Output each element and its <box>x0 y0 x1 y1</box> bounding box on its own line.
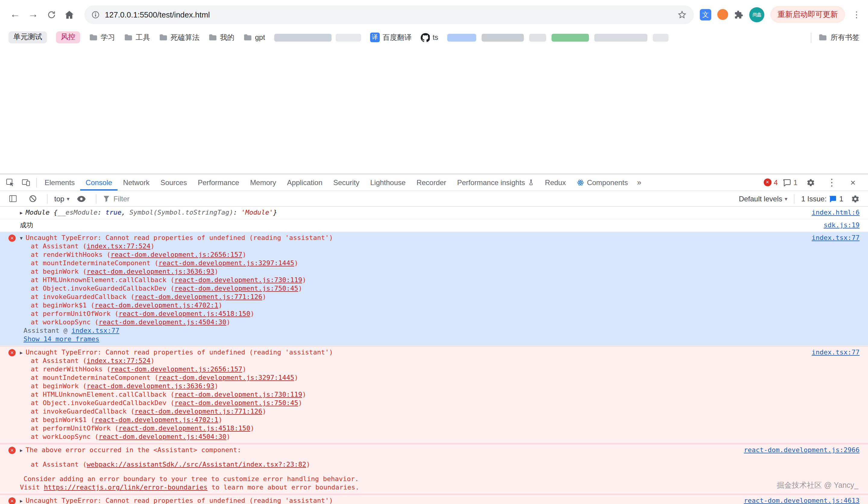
filter-field[interactable] <box>103 194 236 203</box>
bookmark-folder-mine[interactable]: 我的 <box>209 32 235 42</box>
home-button[interactable] <box>60 6 79 23</box>
tab-application[interactable]: Application <box>281 174 328 191</box>
tab-lighthouse[interactable]: Lighthouse <box>365 174 411 191</box>
stack-frame-link[interactable]: react-dom.development.js:3636:93 <box>86 382 214 390</box>
source-link[interactable]: index.tsx:77 <box>812 349 860 357</box>
bookmark-chip-unit-test[interactable]: 单元测试 <box>8 31 47 43</box>
console-error-partial[interactable]: × ▸Uncaught TypeError: Cannot read prope… <box>0 494 868 504</box>
inspect-element-button[interactable] <box>2 175 18 189</box>
message-count-indicator[interactable]: 1 <box>783 178 797 187</box>
stack-frame-link[interactable]: react-dom.development.js:4702:1 <box>95 301 218 309</box>
tab-console[interactable]: Console <box>80 174 117 191</box>
tab-redux[interactable]: Redux <box>539 174 571 191</box>
tab-network[interactable]: Network <box>117 174 155 191</box>
orange-extension-icon[interactable] <box>717 9 728 20</box>
reload-button[interactable] <box>42 6 60 23</box>
show-more-frames-link[interactable]: Show 14 more frames <box>23 335 100 343</box>
bookmark-github-ts[interactable]: ts <box>421 33 438 42</box>
expand-caret-icon[interactable]: ▸ <box>20 210 23 216</box>
bookmark-folder-study[interactable]: 学习 <box>89 32 115 42</box>
devtools-menu-button[interactable]: ⋮ <box>824 175 840 189</box>
tab-memory[interactable]: Memory <box>245 174 282 191</box>
error-count-indicator[interactable]: × 4 <box>763 178 778 187</box>
stack-frame-link[interactable]: react-dom.development.js:730:119 <box>175 391 302 399</box>
more-tabs-button[interactable]: » <box>633 178 645 187</box>
tab-performance-insights[interactable]: Performance insights <box>452 174 539 191</box>
filter-input[interactable] <box>113 194 222 203</box>
stack-frame-link[interactable]: react-dom.development.js:4702:1 <box>95 416 218 424</box>
restart-to-update-button[interactable]: 重新启动即可更新 <box>770 6 845 23</box>
profile-avatar[interactable]: 尚鑫 <box>749 7 764 22</box>
expand-caret-icon[interactable]: ▸ <box>20 498 23 504</box>
stack-frame-link[interactable]: react-dom.development.js:3297:1445 <box>158 374 294 382</box>
expand-caret-icon[interactable]: ▸ <box>20 447 23 453</box>
stack-frame-link[interactable]: react-dom.development.js:2656:157 <box>111 365 242 373</box>
stack-trace: at Assistant (index.tsx:77:524)at render… <box>20 357 802 441</box>
stack-frame-link[interactable]: react-dom.development.js:771:126 <box>134 408 262 415</box>
stack-frame-link[interactable]: react-dom.development.js:2656:157 <box>111 251 242 259</box>
all-bookmarks-button[interactable]: 所有书签 <box>811 32 860 42</box>
stack-frame-link[interactable]: react-dom.development.js:3636:93 <box>86 268 214 276</box>
bookmark-baidu-translate[interactable]: 译 百度翻译 <box>370 32 411 42</box>
back-button[interactable]: ← <box>6 6 24 23</box>
console-log-module[interactable]: ▸Module {__esModule: true, Symbol(Symbol… <box>0 207 868 219</box>
devtools-settings-button[interactable] <box>803 175 818 189</box>
origin-source-link[interactable]: index.tsx:77 <box>71 327 119 335</box>
source-link[interactable]: react-dom.development.js:4613 <box>744 497 860 504</box>
expand-caret-icon[interactable]: ▸ <box>20 350 23 356</box>
error-icon: × <box>8 235 16 242</box>
clear-console-button[interactable] <box>25 192 40 206</box>
source-link[interactable]: sdk.js:19 <box>824 221 860 230</box>
stack-frame-link[interactable]: webpack://assistantSdk/./src/Assistant/i… <box>86 461 306 469</box>
tab-components[interactable]: Components <box>571 174 633 191</box>
stack-frame-link[interactable]: react-dom.development.js:3297:1445 <box>158 259 294 267</box>
device-toolbar-button[interactable] <box>18 175 34 189</box>
console-log-success[interactable]: 成功 sdk.js:19 <box>0 219 868 232</box>
collapse-caret-icon[interactable]: ▾ <box>20 235 23 241</box>
site-info-icon[interactable] <box>92 11 100 18</box>
console-error-boundary[interactable]: × ▸The above error occurred in the <Assi… <box>0 444 868 494</box>
context-selector[interactable]: top ▾ <box>54 194 69 203</box>
extensions-puzzle-icon[interactable] <box>734 10 743 19</box>
tab-recorder[interactable]: Recorder <box>411 174 452 191</box>
stack-frame-link[interactable]: react-dom.development.js:750:45 <box>175 285 298 292</box>
tab-performance[interactable]: Performance <box>192 174 245 191</box>
stack-frame-link[interactable]: index.tsx:77:524 <box>86 357 151 365</box>
bookmark-folder-algorithms[interactable]: 死磕算法 <box>159 32 199 42</box>
stack-frame-link[interactable]: react-dom.development.js:771:126 <box>134 293 262 301</box>
log-levels-selector[interactable]: Default levels ▾ <box>739 194 787 203</box>
stack-frame-link[interactable]: react-dom.development.js:4518:150 <box>118 424 250 432</box>
source-link[interactable]: index.tsx:77 <box>812 234 860 243</box>
stack-frame-link[interactable]: react-dom.development.js:4518:150 <box>118 310 250 318</box>
issues-indicator[interactable]: 1 Issue: 1 <box>802 194 843 203</box>
forward-button[interactable]: → <box>24 6 42 23</box>
console-error-selected[interactable]: × ▾Uncaught TypeError: Cannot read prope… <box>0 232 868 346</box>
console-error-repeat[interactable]: × ▸Uncaught TypeError: Cannot read prope… <box>0 346 868 444</box>
bookmark-folder-tools[interactable]: 工具 <box>124 32 150 42</box>
stack-frame-link[interactable]: index.tsx:77:524 <box>86 243 151 250</box>
bookmark-chip-risk[interactable]: 风控 <box>56 31 80 43</box>
devtools-close-button[interactable]: × <box>845 175 861 189</box>
stack-frame-link[interactable]: react-dom.development.js:750:45 <box>175 399 298 407</box>
object-preview: Module {__esModule: true, Symbol(Symbol.… <box>25 209 277 216</box>
stack-frame: at mountIndeterminateComponent (react-do… <box>20 374 802 382</box>
address-bar[interactable]: 127.0.0.1:5500/test/index.html <box>84 5 694 24</box>
console-settings-button[interactable] <box>847 192 863 206</box>
browser-menu-button[interactable]: ⋮ <box>851 10 862 19</box>
tab-security[interactable]: Security <box>328 174 365 191</box>
bookmark-folder-gpt[interactable]: gpt <box>244 33 265 42</box>
tab-elements[interactable]: Elements <box>39 174 80 191</box>
translate-extension-icon[interactable]: 文 <box>700 9 711 20</box>
eye-watch-button[interactable] <box>74 192 89 206</box>
error-boundaries-link[interactable]: https://reactjs.org/link/error-boundarie… <box>44 484 208 491</box>
baidu-translate-favicon: 译 <box>370 32 380 42</box>
stack-frame-link[interactable]: react-dom.development.js:730:119 <box>175 276 302 284</box>
tab-sources[interactable]: Sources <box>155 174 192 191</box>
bookmark-star-icon[interactable] <box>678 10 686 19</box>
source-link[interactable]: react-dom.development.js:2966 <box>744 446 860 455</box>
console-sidebar-toggle[interactable] <box>5 192 21 206</box>
url-text[interactable]: 127.0.0.1:5500/test/index.html <box>105 10 210 19</box>
stack-frame-link[interactable]: react-dom.development.js:4504:30 <box>99 318 226 326</box>
source-link[interactable]: index.html:6 <box>812 209 860 217</box>
stack-frame-link[interactable]: react-dom.development.js:4504:30 <box>99 433 226 441</box>
